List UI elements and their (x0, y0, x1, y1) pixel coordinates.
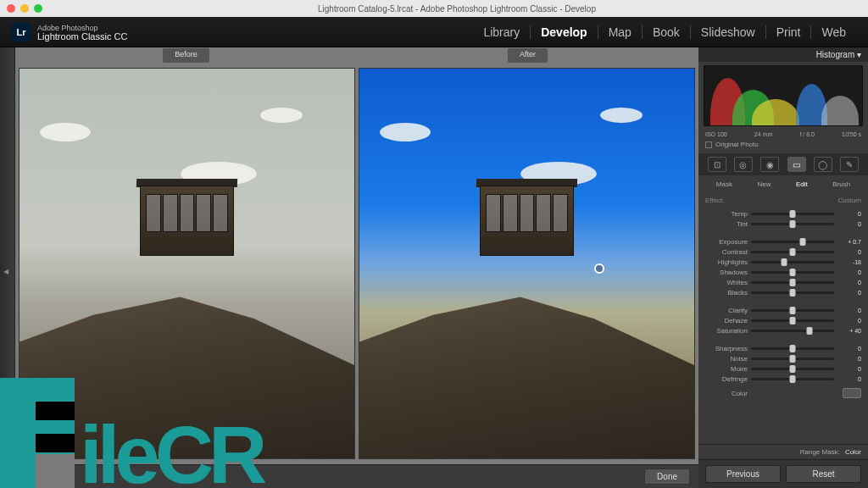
slider-knob[interactable] (790, 248, 796, 256)
slider-dehaze[interactable]: Dehaze0 (705, 317, 861, 324)
slider-tint[interactable]: Tint0 (705, 220, 861, 228)
slider-knob[interactable] (790, 345, 796, 352)
brush-tool-icon[interactable]: ✎ (840, 157, 859, 172)
slider-temp[interactable]: Temp0 (705, 210, 861, 218)
slider-label: Shadows (705, 269, 748, 276)
app-header: Lr Adobe Photoshop Lightroom Classic CC … (0, 17, 868, 47)
slider-track[interactable] (751, 330, 834, 332)
slider-label: Blacks (705, 289, 748, 297)
slider-sharpness[interactable]: Sharpness0 (705, 345, 861, 352)
slider-shadows[interactable]: Shadows0 (705, 269, 861, 276)
slider-clarity[interactable]: Clarity0 (705, 307, 861, 314)
slider-track[interactable] (751, 378, 834, 380)
after-photo[interactable] (359, 68, 695, 459)
slider-value: 0 (837, 356, 861, 362)
slider-track[interactable] (751, 251, 834, 253)
slider-knob[interactable] (790, 317, 796, 324)
module-develop[interactable]: Develop (530, 25, 597, 39)
slider-value: 0 (837, 366, 861, 372)
slider-label: Defringe (705, 375, 748, 383)
slider-track[interactable] (751, 347, 834, 350)
slider-value: 0 (837, 308, 861, 313)
maximize-window-button[interactable] (34, 4, 42, 13)
module-library[interactable]: Library (473, 25, 530, 39)
slider-value: 0 (837, 249, 861, 255)
slider-value: 0 (837, 318, 861, 324)
slider-knob[interactable] (790, 279, 796, 286)
color-label: Color (705, 390, 748, 397)
slider-knob[interactable] (782, 258, 787, 266)
slider-track[interactable] (751, 291, 834, 294)
range-mask-row[interactable]: Range Mask: Color (698, 444, 868, 459)
module-book[interactable]: Book (642, 25, 690, 39)
slider-track[interactable] (751, 319, 834, 322)
slider-label: Moire (705, 365, 748, 373)
mask-tab-edit[interactable]: Edit (796, 180, 808, 188)
custom-label[interactable]: Custom (837, 195, 861, 206)
module-print[interactable]: Print (765, 25, 811, 39)
slider-knob[interactable] (806, 327, 812, 335)
histogram-header[interactable]: Histogram ▾ (698, 47, 868, 62)
mask-tab-mask[interactable]: Mask (716, 180, 732, 188)
module-web[interactable]: Web (810, 25, 856, 39)
checkbox-icon[interactable] (705, 141, 712, 148)
slider-noise[interactable]: Noise0 (705, 355, 861, 363)
slider-knob[interactable] (790, 220, 796, 228)
slider-track[interactable] (751, 261, 834, 263)
slider-knob[interactable] (790, 289, 796, 297)
slider-defringe[interactable]: Defringe0 (705, 375, 861, 383)
mask-tab-brush[interactable]: Brush (832, 180, 850, 188)
module-slideshow[interactable]: Slideshow (690, 25, 765, 39)
color-swatch[interactable] (843, 388, 861, 398)
slider-track[interactable] (751, 213, 834, 215)
slider-knob[interactable] (790, 210, 796, 218)
histogram[interactable] (704, 65, 863, 126)
spot-tool-icon[interactable]: ◎ (734, 157, 753, 172)
slider-highlights[interactable]: Highlights-18 (705, 258, 861, 266)
slider-label: Dehaze (705, 317, 748, 324)
after-label: After (508, 48, 548, 63)
slider-track[interactable] (751, 241, 834, 243)
mask-tab-new[interactable]: New (757, 180, 771, 188)
reset-button[interactable]: Reset (786, 465, 861, 483)
gradient-tool-icon[interactable]: ▭ (787, 157, 806, 172)
slider-track[interactable] (751, 358, 834, 360)
slider-moire[interactable]: Moire0 (705, 365, 861, 373)
slider-value: 0 (837, 221, 861, 227)
minimize-window-button[interactable] (20, 4, 29, 13)
close-window-button[interactable] (7, 4, 15, 13)
slider-exposure[interactable]: Exposure+ 0.7 (705, 238, 861, 246)
gradient-pin-icon[interactable] (594, 263, 604, 274)
slider-track[interactable] (751, 281, 834, 284)
slider-track[interactable] (751, 309, 834, 312)
app-logo: Lr Adobe Photoshop Lightroom Classic CC (12, 23, 127, 42)
slider-knob[interactable] (790, 307, 796, 314)
slider-knob[interactable] (790, 375, 796, 383)
crop-tool-icon[interactable]: ⊡ (708, 157, 726, 172)
done-button[interactable]: Done (644, 469, 690, 485)
slider-label: Sharpness (705, 345, 748, 352)
original-photo-toggle[interactable]: Original Photo (698, 139, 868, 150)
module-map[interactable]: Map (598, 25, 642, 39)
slider-knob[interactable] (790, 355, 796, 363)
histogram-meta: ISO 100 24 mm f / 8.0 1/250 s (698, 130, 868, 139)
slider-knob[interactable] (790, 365, 796, 373)
lr-badge-icon: Lr (12, 23, 31, 42)
slider-saturation[interactable]: Saturation+ 40 (705, 327, 861, 335)
radial-tool-icon[interactable]: ◯ (814, 157, 832, 172)
range-mask-value[interactable]: Color (845, 448, 861, 456)
slider-value: 0 (837, 211, 861, 217)
slider-knob[interactable] (799, 238, 805, 246)
slider-knob[interactable] (790, 269, 796, 276)
slider-track[interactable] (751, 271, 834, 274)
slider-blacks[interactable]: Blacks0 (705, 289, 861, 297)
slider-track[interactable] (751, 368, 834, 370)
previous-button[interactable]: Previous (705, 465, 781, 483)
slider-track[interactable] (751, 223, 834, 225)
redeye-tool-icon[interactable]: ◉ (760, 157, 779, 172)
slider-whites[interactable]: Whites0 (705, 279, 861, 286)
slider-label: Noise (705, 355, 748, 363)
brand-top: Adobe Photoshop (37, 24, 127, 32)
slider-value: -18 (837, 259, 861, 265)
slider-contrast[interactable]: Contrast0 (705, 248, 861, 256)
